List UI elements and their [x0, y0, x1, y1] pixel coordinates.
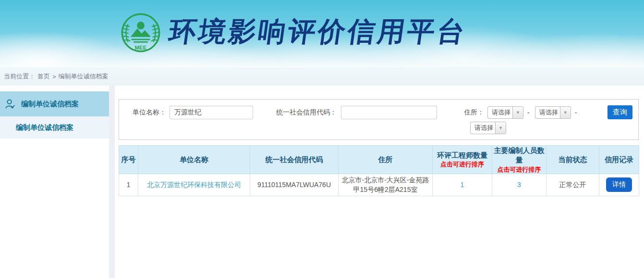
detail-button[interactable]: 详情 — [606, 177, 632, 192]
breadcrumb: 当前位置： 首页 > 编制单位诚信档案 — [0, 67, 644, 86]
results-table: 序号 单位名称 统一社会信用代码 住所 环评工程师数量 点击可进行排序 主要编制… — [119, 145, 639, 196]
site-title: 环境影响评价信用平台 — [167, 13, 470, 51]
address-hyphen: - — [575, 109, 577, 116]
col-header-credit-record: 信用记录 — [599, 146, 639, 174]
credit-code-label: 统一社会信用代码： — [276, 108, 337, 117]
cell-status: 正常公开 — [547, 174, 599, 196]
sidebar-item-unit-credit-archive[interactable]: 编制单位诚信档案 — [0, 91, 109, 116]
sidebar-subitem-label: 编制单位诚信档案 — [16, 123, 73, 132]
sidebar-item-label: 编制单位诚信档案 — [21, 100, 79, 109]
sidebar: 编制单位诚信档案 编制单位诚信档案 — [0, 86, 109, 278]
col-header-status: 当前状态 — [547, 146, 599, 174]
col-header-staff-count: 主要编制人员数量 点击可进行排序 — [492, 146, 547, 174]
breadcrumb-current: 编制单位诚信档案 — [59, 72, 109, 81]
col-header-credit-code: 统一社会信用代码 — [250, 146, 339, 174]
cell-index: 1 — [119, 174, 138, 196]
cell-credit-code: 91110115MA7LWUA76U — [250, 174, 339, 196]
credit-code-input[interactable] — [341, 106, 437, 119]
staff-count-link[interactable]: 3 — [517, 181, 521, 189]
col-header-index: 序号 — [119, 146, 138, 174]
chevron-down-icon[interactable]: ▼ — [495, 122, 506, 134]
unit-name-link[interactable]: 北京万源世纪环保科技有限公司 — [147, 181, 241, 189]
col-header-address: 住所 — [339, 146, 433, 174]
address-hyphen: - — [527, 109, 530, 116]
city-select[interactable]: 请选择 ▼ — [535, 106, 571, 119]
sidebar-subitem-unit-credit-archive[interactable]: 编制单位诚信档案 — [0, 116, 109, 139]
district-select-value: 请选择 — [471, 122, 495, 134]
search-form: 单位名称： 统一社会信用代码： 住所： 请选择 ▼ - 请选择 ▼ - 查询 — [119, 99, 639, 140]
unit-name-label: 单位名称： — [133, 108, 166, 117]
sidebar-divider — [109, 86, 115, 278]
col-header-engineer-count: 环评工程师数量 点击可进行排序 — [433, 146, 492, 174]
breadcrumb-separator: > — [52, 73, 56, 80]
province-select[interactable]: 请选择 ▼ — [487, 106, 523, 119]
city-select-value: 请选择 — [535, 107, 560, 118]
province-select-value: 请选择 — [488, 107, 512, 118]
person-check-icon — [5, 99, 16, 110]
chevron-down-icon[interactable]: ▼ — [512, 107, 523, 118]
breadcrumb-home-link[interactable]: 首页 — [37, 72, 50, 81]
mee-logo-icon: MEE — [120, 12, 162, 54]
engineer-count-sort-button[interactable]: 点击可进行排序 — [434, 160, 491, 169]
table-header-row: 序号 单位名称 统一社会信用代码 住所 环评工程师数量 点击可进行排序 主要编制… — [119, 146, 639, 174]
chevron-down-icon[interactable]: ▼ — [560, 107, 571, 118]
site-header: MEE 环境影响评价信用平台 — [0, 0, 644, 67]
district-select[interactable]: 请选择 ▼ — [470, 122, 506, 134]
content-area: 编制单位诚信档案 编制单位诚信档案 单位名称： 统一社会信用代码： 住所： 请选… — [0, 86, 644, 278]
query-button[interactable]: 查询 — [608, 105, 632, 119]
col-header-unit-name: 单位名称 — [138, 146, 250, 174]
address-label: 住所： — [464, 108, 484, 117]
mee-logo-text: MEE — [135, 45, 147, 51]
engineer-count-link[interactable]: 1 — [461, 181, 464, 189]
table-row: 1 北京万源世纪环保科技有限公司 91110115MA7LWUA76U 北京市-… — [119, 174, 639, 196]
main-panel: 单位名称： 统一社会信用代码： 住所： 请选择 ▼ - 请选择 ▼ - 查询 — [115, 86, 644, 278]
cell-address: 北京市-北京市-大兴区-金苑路甲15号6幢2层A215室 — [339, 174, 433, 196]
staff-count-sort-button[interactable]: 点击可进行排序 — [493, 165, 545, 174]
unit-name-input[interactable] — [170, 106, 253, 119]
breadcrumb-prefix: 当前位置： — [4, 72, 35, 81]
